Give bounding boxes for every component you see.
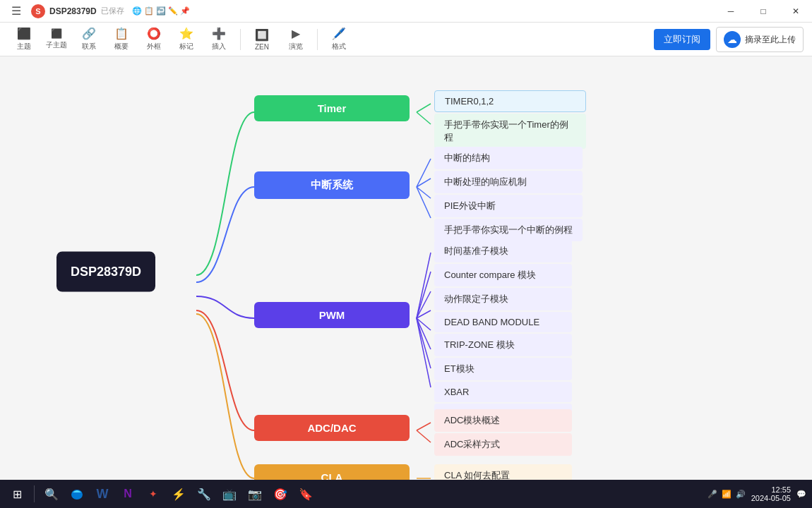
leaf-pwm-5[interactable]: ET模块 xyxy=(434,358,572,380)
leaf-timer-0[interactable]: TIMER0,1,2 xyxy=(434,90,586,112)
toolbar-summary-label: 概要 xyxy=(114,42,129,52)
svg-line-12 xyxy=(417,318,431,368)
clock-time: 12:55 xyxy=(751,485,791,494)
title-bar: ☰ S DSP28379D 已保存 🌐 📋 ↩️ ✏️ 📌 ─ □ ✕ xyxy=(0,0,812,23)
toolbar-format-btn[interactable]: 🖊️ 格式 xyxy=(323,25,354,54)
toolbar-mark-label: 标记 xyxy=(179,42,193,52)
toolbar-subtheme-btn[interactable]: ⬛ 子主题 xyxy=(41,25,72,54)
svg-line-9 xyxy=(417,310,431,318)
taskbar-mindmap[interactable]: ✦ xyxy=(142,483,165,505)
toolbar-subtheme-label: 子主题 xyxy=(46,40,67,50)
toolbar-summary-btn[interactable]: 📋 概要 xyxy=(106,25,137,54)
svg-line-10 xyxy=(417,318,431,330)
toolbar-insert-btn[interactable]: ➕ 插入 xyxy=(203,25,234,54)
leaf-pwm-1[interactable]: Counter compare 模块 xyxy=(434,264,572,286)
toolbar-theme-btn[interactable]: ⬛ 主题 xyxy=(8,25,40,54)
maximize-button[interactable]: □ xyxy=(747,0,780,23)
leaf-interrupt-1-text: 中断处理的响应机制 xyxy=(444,176,527,187)
svg-line-0 xyxy=(417,104,431,112)
mindmap: DSP28379D Timer TIMER0,1,2 手把手带你实现一个Time… xyxy=(0,56,812,487)
taskbar-sep-1 xyxy=(34,485,35,502)
clock[interactable]: 12:55 2024-05-05 xyxy=(751,485,791,502)
leaf-timer-1[interactable]: 手把手带你实现一个Timer的例程 xyxy=(434,114,586,149)
leaf-interrupt-0[interactable]: 中断的结构 xyxy=(434,147,583,169)
leaf-pwm-3[interactable]: DEAD BAND MODULE xyxy=(434,312,572,332)
leaf-pwm-6[interactable]: XBAR xyxy=(434,382,572,402)
minimize-button[interactable]: ─ xyxy=(715,0,747,23)
link-icon: 🔗 xyxy=(82,27,96,40)
toolbar-outer-label: 外框 xyxy=(147,42,161,52)
toolbar-link-btn[interactable]: 🔗 联系 xyxy=(73,25,105,54)
toolbar-show-btn[interactable]: ▶ 演览 xyxy=(280,25,311,54)
leaf-timer-1-text: 手把手带你实现一个Timer的例程 xyxy=(444,119,568,143)
clock-date: 2024-05-05 xyxy=(751,494,791,502)
central-node-label: DSP28379D xyxy=(71,265,141,279)
close-button[interactable]: ✕ xyxy=(780,0,812,23)
tray-sound[interactable]: 🔊 xyxy=(736,490,746,499)
toolbar-mark-btn[interactable]: ⭐ 标记 xyxy=(171,25,202,54)
taskbar-app1[interactable]: ⚡ xyxy=(167,483,190,505)
app-logo: S xyxy=(31,4,45,18)
win-taskbar: ⊞ 🔍 W N ✦ ⚡ 🔧 📺 📷 🎯 🔖 🎤 📶 🔊 12:55 2024-0… xyxy=(0,480,812,508)
leaf-interrupt-2-text: PIE外设中断 xyxy=(444,200,496,211)
outer-icon: ⭕ xyxy=(147,27,161,40)
upload-button[interactable]: ☁ 摘录至此上传 xyxy=(716,27,804,52)
branch-timer[interactable]: Timer xyxy=(254,95,410,121)
tray-mic[interactable]: 🎤 xyxy=(707,490,717,499)
leaf-interrupt-0-text: 中断的结构 xyxy=(444,152,490,163)
leaf-adc-0-text: ADC模块概述 xyxy=(444,415,500,425)
branch-interrupt[interactable]: 中断系统 xyxy=(254,171,410,199)
svg-line-3 xyxy=(417,179,431,187)
svg-line-7 xyxy=(417,272,431,318)
upload-icon: ☁ xyxy=(724,31,741,48)
branch-pwm-label: PWM xyxy=(319,309,345,321)
toolbar-show-label: 演览 xyxy=(289,42,303,52)
leaf-pwm-4-text: TRIP-ZONE 模块 xyxy=(444,339,515,350)
central-node[interactable]: DSP28379D xyxy=(56,252,155,292)
taskbar-word[interactable]: W xyxy=(91,483,114,505)
start-button[interactable]: ⊞ xyxy=(6,483,28,505)
svg-line-5 xyxy=(417,187,431,218)
leaf-pwm-2-text: 动作限定子模块 xyxy=(444,294,508,304)
svg-line-11 xyxy=(417,318,431,349)
leaf-interrupt-3[interactable]: 手把手带你实现一个中断的例程 xyxy=(434,219,583,241)
upload-label: 摘录至此上传 xyxy=(745,34,796,46)
taskbar-onenote[interactable]: N xyxy=(117,483,139,505)
toolbar-format-label: 格式 xyxy=(332,42,346,52)
taskbar-app4[interactable]: 📷 xyxy=(244,483,266,505)
leaf-pwm-4[interactable]: TRIP-ZONE 模块 xyxy=(434,334,572,356)
branch-pwm[interactable]: PWM xyxy=(254,302,410,328)
menu-button[interactable]: ☰ xyxy=(6,1,27,20)
leaf-adc-0[interactable]: ADC模块概述 xyxy=(434,409,572,432)
branch-interrupt-label: 中断系统 xyxy=(311,179,353,190)
leaf-adc-1-text: ADC采样方式 xyxy=(444,439,500,449)
leaf-timer-0-text: TIMER0,1,2 xyxy=(445,96,494,107)
taskbar-app3[interactable]: 📺 xyxy=(218,483,241,505)
leaf-group-adc: ADC模块概述 ADC采样方式 xyxy=(434,409,572,456)
taskbar-app5[interactable]: 🎯 xyxy=(269,483,292,505)
taskbar-edge[interactable] xyxy=(66,483,88,505)
toolbar-zen-label: ZEN xyxy=(255,43,269,51)
leaf-interrupt-1[interactable]: 中断处理的响应机制 xyxy=(434,171,583,193)
toolbar-group-main: ⬛ 主题 ⬛ 子主题 🔗 联系 📋 概要 ⭕ 外框 ⭐ 标记 ➕ 插入 xyxy=(8,25,234,54)
leaf-pwm-1-text: Counter compare 模块 xyxy=(444,270,536,280)
format-icon: 🖊️ xyxy=(332,27,346,40)
taskbar-search[interactable]: 🔍 xyxy=(40,483,63,505)
leaf-pwm-0[interactable]: 时间基准子模块 xyxy=(434,240,572,262)
leaf-pwm-2[interactable]: 动作限定子模块 xyxy=(434,288,572,310)
branch-adc-label: ADC/DAC xyxy=(307,422,356,434)
leaf-interrupt-2[interactable]: PIE外设中断 xyxy=(434,195,583,217)
toolbar-outer-btn[interactable]: ⭕ 外框 xyxy=(138,25,169,54)
toolbar-zen-btn[interactable]: 🔲 ZEN xyxy=(246,25,277,54)
leaf-adc-1[interactable]: ADC采样方式 xyxy=(434,433,572,456)
app-subtitle: 已保存 🌐 📋 ↩️ ✏️ 📌 xyxy=(101,6,190,16)
app-title: DSP28379D xyxy=(49,6,97,16)
svg-line-1 xyxy=(417,112,431,124)
subscribe-button[interactable]: 立即订阅 xyxy=(654,29,710,50)
svg-line-4 xyxy=(417,187,431,198)
notification-icon[interactable]: 💬 xyxy=(796,490,806,499)
branch-adc[interactable]: ADC/DAC xyxy=(254,415,410,441)
taskbar-app2[interactable]: 🔧 xyxy=(193,483,215,505)
taskbar-app6[interactable]: 🔖 xyxy=(294,483,317,505)
tray-wifi[interactable]: 📶 xyxy=(722,490,732,499)
